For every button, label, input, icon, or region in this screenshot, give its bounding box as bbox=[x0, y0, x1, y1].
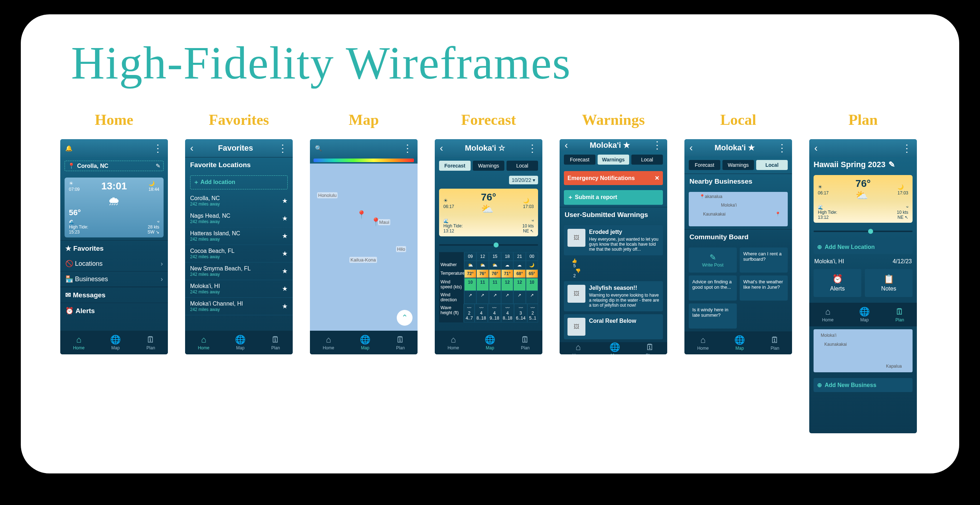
tab-forecast[interactable]: Forecast bbox=[564, 155, 595, 165]
nav-home[interactable]: ⌂Home bbox=[323, 335, 334, 350]
messages-section[interactable]: ✉ Messages bbox=[60, 287, 168, 303]
plan-map-thumb[interactable]: Moloka'i Kaunakakai Kapalua bbox=[813, 329, 913, 372]
write-post-button[interactable]: ✎Write Post bbox=[689, 248, 737, 273]
warning-item[interactable]: 🖼Coral Reef Below bbox=[564, 314, 663, 339]
nav-plan[interactable]: 🗓Plan bbox=[146, 335, 155, 350]
star-icon[interactable]: ★ bbox=[623, 141, 630, 149]
menu-icon[interactable] bbox=[153, 142, 163, 154]
nav-home[interactable]: ⌂Home bbox=[822, 306, 834, 322]
tab-warnings[interactable]: Warnings bbox=[598, 155, 629, 165]
nav-plan[interactable]: 🗓Plan bbox=[271, 335, 280, 350]
tab-local[interactable]: Local bbox=[506, 161, 538, 171]
nav-home[interactable]: ⌂Home bbox=[198, 335, 210, 350]
vote-controls[interactable]: 👍5👎2 bbox=[568, 258, 581, 278]
favorite-item[interactable]: Moloka'i, HI242 miles away★ bbox=[185, 280, 293, 298]
nav-plan[interactable]: 🗓Plan bbox=[770, 335, 779, 351]
businesses-item[interactable]: 🏪 Businesses› bbox=[60, 272, 168, 287]
menu-icon[interactable] bbox=[402, 142, 412, 154]
local-phone: ‹ Moloka'i ★ Forecast Warnings Local Nea… bbox=[684, 139, 792, 354]
add-location-button[interactable]: ＋ Add location bbox=[190, 175, 288, 189]
nav-map[interactable]: 🌐Map bbox=[734, 335, 745, 351]
warning-item[interactable]: 🖼Eroded jettyHey everyone, just wanted t… bbox=[564, 225, 663, 256]
nav-plan[interactable]: 🗓Plan bbox=[646, 342, 654, 354]
emergency-banner[interactable]: Emergency Notifications ✕ bbox=[564, 171, 663, 185]
submit-report-button[interactable]: ＋ Submit a report bbox=[564, 190, 663, 205]
time-slider[interactable] bbox=[439, 244, 538, 246]
add-location-button[interactable]: ⊕Add New Location bbox=[813, 240, 913, 254]
plan-location-row[interactable]: Moloka'i, HI 4/12/23 bbox=[814, 258, 912, 265]
menu-icon[interactable] bbox=[652, 139, 662, 151]
star-icon[interactable]: ★ bbox=[282, 285, 288, 293]
bell-icon[interactable]: 🔔 bbox=[65, 145, 72, 152]
back-icon[interactable]: ‹ bbox=[689, 142, 693, 154]
favorites-topbar: ‹ Favorites bbox=[185, 139, 293, 157]
favorite-item[interactable]: New Smyrna Beach, FL242 miles away★ bbox=[185, 262, 293, 280]
close-icon[interactable]: ✕ bbox=[655, 175, 659, 181]
nav-map[interactable]: 🌐Map bbox=[609, 342, 620, 354]
alerts-button[interactable]: ⏰Alerts bbox=[813, 269, 861, 297]
menu-icon[interactable] bbox=[278, 142, 288, 154]
tab-local[interactable]: Local bbox=[632, 155, 663, 165]
post-item[interactable]: What's the weather like here in June? bbox=[740, 275, 788, 300]
edit-icon[interactable]: ✎ bbox=[156, 162, 160, 169]
tab-warnings[interactable]: Warnings bbox=[473, 161, 504, 171]
star-icon[interactable]: ★ bbox=[282, 302, 288, 310]
favorite-item[interactable]: Hatteras Island, NC242 miles away★ bbox=[185, 227, 293, 245]
locations-item[interactable]: 🚫 Locations› bbox=[60, 256, 168, 272]
edit-icon[interactable]: ✎ bbox=[889, 160, 895, 169]
nav-plan[interactable]: 🗓Plan bbox=[521, 335, 530, 350]
alerts-section[interactable]: ⏰ Alerts bbox=[60, 303, 168, 319]
menu-icon[interactable] bbox=[777, 142, 787, 154]
expand-button[interactable]: ⌃ bbox=[397, 310, 412, 326]
star-icon[interactable]: ★ bbox=[282, 267, 288, 275]
nav-home[interactable]: ⌂Home bbox=[448, 335, 459, 350]
search-icon[interactable]: 🔍 bbox=[315, 145, 322, 152]
warning-item[interactable]: 🖼Jellyfish season!!Warning to everyone l… bbox=[564, 281, 663, 311]
tab-forecast[interactable]: Forecast bbox=[439, 161, 471, 171]
star-icon[interactable]: ☆ bbox=[498, 143, 506, 152]
nav-plan[interactable]: 🗓Plan bbox=[895, 306, 904, 322]
nav-map[interactable]: 🌐Map bbox=[485, 335, 495, 350]
post-item[interactable]: Where can I rent a surfboard? bbox=[740, 248, 788, 273]
star-icon[interactable]: ★ bbox=[282, 232, 288, 240]
nav-map[interactable]: 🌐Map bbox=[110, 335, 121, 350]
nav-home[interactable]: ⌂Home bbox=[573, 342, 584, 354]
star-icon[interactable]: ★ bbox=[282, 249, 288, 257]
star-icon[interactable]: ★ bbox=[282, 214, 288, 222]
back-icon[interactable]: ‹ bbox=[440, 142, 443, 154]
map-column: Map 🔍 Honolulu 📍 📍 Maui Kailua-Kona Hilo… bbox=[310, 111, 418, 433]
home-weather-card[interactable]: ☀07:09 13:01 🌙18:44 🌧 56° 🌊High Tide:15:… bbox=[65, 178, 164, 237]
nav-plan[interactable]: 🗓Plan bbox=[396, 335, 405, 350]
tab-warnings[interactable]: Warnings bbox=[722, 160, 754, 170]
favorite-item[interactable]: Corolla, NC242 miles away★ bbox=[185, 192, 293, 210]
nav-home[interactable]: ⌂Home bbox=[697, 335, 709, 351]
nav-map[interactable]: 🌐Map bbox=[235, 335, 246, 350]
menu-icon[interactable] bbox=[527, 142, 537, 154]
star-icon[interactable]: ★ bbox=[748, 143, 755, 152]
map-view[interactable]: Honolulu 📍 📍 Maui Kailua-Kona Hilo ⌃ bbox=[310, 164, 418, 331]
tab-forecast[interactable]: Forecast bbox=[689, 160, 720, 170]
notes-button[interactable]: 📋Notes bbox=[865, 269, 913, 297]
home-topbar: 🔔 bbox=[60, 139, 168, 157]
back-icon[interactable]: ‹ bbox=[190, 142, 193, 154]
date-picker[interactable]: 10/20/22 ▾ bbox=[439, 176, 538, 184]
nav-map[interactable]: 🌐Map bbox=[859, 306, 870, 322]
favorite-item[interactable]: Cocoa Beach, FL242 miles away★ bbox=[185, 245, 293, 262]
star-icon[interactable]: ★ bbox=[282, 197, 288, 205]
map-pin-icon[interactable]: 📍 bbox=[356, 210, 366, 219]
location-bar[interactable]: 📍Corolla, NC ✎ bbox=[65, 161, 164, 171]
back-icon[interactable]: ‹ bbox=[814, 142, 818, 154]
back-icon[interactable]: ‹ bbox=[565, 140, 568, 151]
post-item[interactable]: Advice on finding a good spot on the... bbox=[689, 275, 737, 300]
post-item[interactable]: Is it windy here in late summer? bbox=[689, 303, 737, 329]
favorite-item[interactable]: Moloka'i Channel, HI242 miles away★ bbox=[185, 298, 293, 315]
tab-local[interactable]: Local bbox=[756, 160, 788, 170]
nav-map[interactable]: 🌐Map bbox=[360, 335, 371, 350]
favorite-item[interactable]: Nags Head, NC242 miles away★ bbox=[185, 210, 293, 227]
plan-bottomnav: ⌂Home 🌐Map 🗓Plan bbox=[809, 303, 917, 326]
nav-home[interactable]: ⌂Home bbox=[73, 335, 85, 350]
add-business-button[interactable]: ⊕Add New Business bbox=[813, 378, 913, 392]
local-map-thumb[interactable]: 📍akanalua Moloka'i Kaunakakai 📍 bbox=[689, 192, 788, 226]
menu-icon[interactable] bbox=[902, 142, 912, 154]
plan-slider[interactable] bbox=[813, 230, 913, 232]
